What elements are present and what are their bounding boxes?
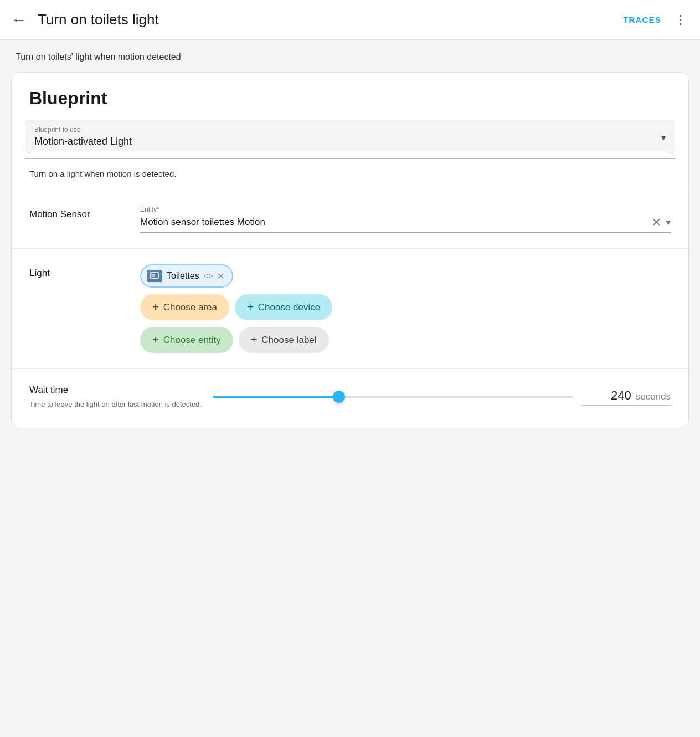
chevron-down-icon: ▾ xyxy=(661,132,666,143)
wait-underline xyxy=(582,405,671,406)
choose-label-button[interactable]: + Choose label xyxy=(239,327,329,353)
blueprint-section-title: Blueprint xyxy=(12,73,688,120)
choose-area-button[interactable]: + Choose area xyxy=(140,294,229,320)
motion-sensor-label: Motion Sensor xyxy=(29,206,140,220)
toilettes-chip-label: Toilettes xyxy=(167,271,199,281)
svg-rect-1 xyxy=(152,278,157,279)
entity-field: Entity* Motion sensor toilettes Motion ✕… xyxy=(140,206,671,233)
wait-time-slider[interactable] xyxy=(213,388,573,406)
wait-value-row: 240 seconds xyxy=(611,388,671,403)
main-card: Blueprint Blueprint to use Motion-activa… xyxy=(11,72,689,428)
plus-icon: + xyxy=(247,301,254,314)
wait-value-wrap: 240 seconds xyxy=(582,388,671,406)
choose-device-label: Choose device xyxy=(258,302,320,313)
subtitle-text: Turn on toilets' light when motion detec… xyxy=(0,40,700,72)
light-chips-row: Toilettes <> ✕ xyxy=(140,264,671,288)
blueprint-select[interactable]: Blueprint to use Motion-activated Light … xyxy=(25,120,675,153)
toilettes-chip[interactable]: Toilettes <> ✕ xyxy=(140,264,233,288)
entity-clear-icon[interactable]: ✕ xyxy=(652,216,661,229)
more-menu-button[interactable]: ⋮ xyxy=(672,11,689,29)
entity-field-label: Entity* xyxy=(140,206,671,213)
chip-close-icon[interactable]: ✕ xyxy=(217,271,224,282)
wait-right: 240 seconds xyxy=(213,385,671,406)
chip-code-icon: <> xyxy=(204,272,213,280)
traces-button[interactable]: TRACES xyxy=(623,15,661,24)
wait-time-section: Wait time Time to leave the light on aft… xyxy=(12,369,688,428)
choose-buttons-row1: + Choose area + Choose device xyxy=(140,294,671,320)
page-title: Turn on toilets light xyxy=(38,11,623,28)
choose-entity-button[interactable]: + Choose entity xyxy=(140,327,233,353)
choose-device-button[interactable]: + Choose device xyxy=(235,294,332,320)
header: ← Turn on toilets light TRACES ⋮ xyxy=(0,0,700,40)
entity-dropdown-icon[interactable]: ▾ xyxy=(666,216,671,228)
entity-field-value: Motion sensor toilettes Motion xyxy=(140,217,265,228)
slider-track xyxy=(213,396,573,398)
wait-time-unit: seconds xyxy=(636,391,671,402)
device-icon xyxy=(147,270,162,282)
wait-time-value: 240 xyxy=(611,388,631,403)
blueprint-select-label: Blueprint to use xyxy=(34,126,666,134)
blueprint-select-value: Motion-activated Light xyxy=(34,136,666,147)
choose-entity-label: Choose entity xyxy=(163,335,221,346)
choose-buttons-row2: + Choose entity + Choose label xyxy=(140,327,671,353)
choose-area-label: Choose area xyxy=(163,302,217,313)
svg-rect-2 xyxy=(151,274,155,277)
plus-icon: + xyxy=(152,334,159,346)
motion-sensor-row: Motion Sensor Entity* Motion sensor toil… xyxy=(12,190,688,249)
light-content: Toilettes <> ✕ + Choose area + Choose de… xyxy=(140,264,671,353)
choose-label-label: Choose label xyxy=(261,335,316,346)
plus-icon: + xyxy=(152,301,159,314)
light-row: Light Toilettes <> ✕ xyxy=(12,249,688,369)
plus-icon: + xyxy=(251,334,258,346)
slider-thumb[interactable] xyxy=(333,391,345,403)
back-button[interactable]: ← xyxy=(11,11,27,29)
blueprint-description: Turn on a light when motion is detected. xyxy=(12,159,688,190)
slider-fill xyxy=(213,396,339,398)
entity-field-icons: ✕ ▾ xyxy=(652,216,671,229)
wait-time-title: Wait time xyxy=(29,385,202,396)
entity-field-row: Motion sensor toilettes Motion ✕ ▾ xyxy=(140,216,671,229)
wait-left: Wait time Time to leave the light on aft… xyxy=(29,385,202,410)
light-label: Light xyxy=(29,264,140,279)
wait-time-description: Time to leave the light on after last mo… xyxy=(29,399,202,410)
motion-sensor-content: Entity* Motion sensor toilettes Motion ✕… xyxy=(140,206,671,233)
